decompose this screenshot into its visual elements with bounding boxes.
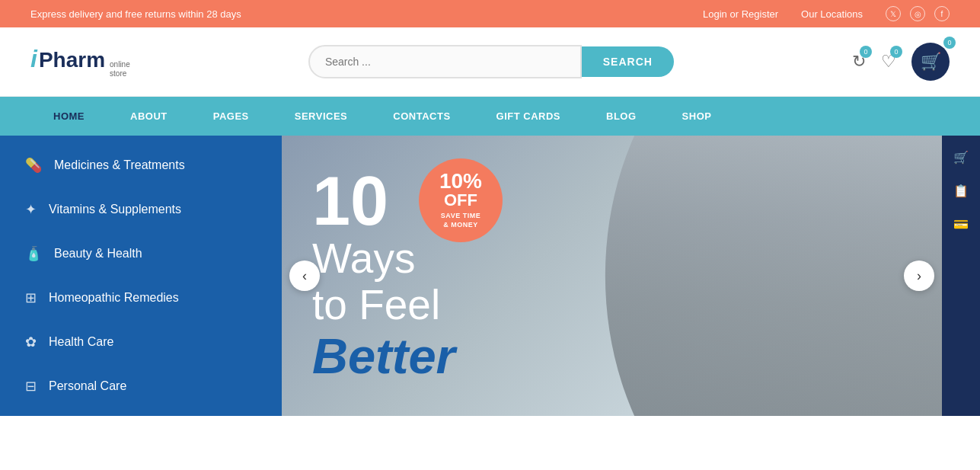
login-link[interactable]: Login [703, 8, 727, 20]
nav-services[interactable]: SERVICES [272, 97, 371, 136]
right-panel: 🛒 📋 💳 [942, 136, 980, 416]
sidebar-item-personal-care[interactable]: ⊟ Personal Care [0, 364, 282, 408]
hero-line2: to Feel [312, 282, 455, 328]
nav-about[interactable]: ABOUT [107, 97, 190, 136]
beauty-icon: 🧴 [25, 245, 42, 262]
sidebar-item-homeopathic[interactable]: ⊞ Homeopathic Remedies [0, 276, 282, 320]
refresh-icon[interactable]: ↻ 0 [852, 52, 866, 72]
nav-gift-cards[interactable]: GIFT CARDS [474, 97, 583, 136]
sidebar-label-homeopathic: Homeopathic Remedies [49, 291, 179, 305]
wishlist-icon[interactable]: ♡ 0 [881, 52, 896, 72]
hero-text: 10 Ways to Feel Better [312, 167, 455, 385]
top-bar-right: Login or Register Our Locations 𝕏 ◎ f [703, 6, 950, 21]
main-nav: HOME ABOUT PAGES SERVICES CONTACTS GIFT … [0, 97, 980, 136]
sidebar-label-vitamins: Vitamins & Supplements [49, 203, 181, 216]
main-content: 💊 Medicines & Treatments ✦ Vitamins & Su… [0, 136, 980, 416]
sidebar-item-medicines[interactable]: 💊 Medicines & Treatments [0, 143, 282, 187]
logo-i: i [30, 45, 37, 73]
hero-woman-image [546, 136, 942, 416]
twitter-icon[interactable]: 𝕏 [886, 6, 901, 21]
hero-background: 10% OFF SAVE TIME& MONEY 10 Ways to Feel… [282, 136, 942, 416]
homeopathic-icon: ⊞ [25, 289, 37, 306]
sidebar-item-vitamins[interactable]: ✦ Vitamins & Supplements [0, 187, 282, 232]
facebook-icon[interactable]: f [934, 6, 950, 21]
panel-wallet-icon[interactable]: 💳 [947, 210, 975, 238]
header-icons: ↻ 0 ♡ 0 🛒 0 [852, 43, 950, 81]
login-register: Login or Register [703, 8, 778, 20]
panel-cart-icon[interactable]: 🛒 [947, 143, 975, 171]
locations-link[interactable]: Our Locations [801, 8, 863, 20]
nav-shop[interactable]: SHOP [659, 97, 735, 136]
nav-home[interactable]: HOME [30, 97, 107, 136]
panel-list-icon[interactable]: 📋 [947, 177, 975, 204]
sidebar-label-personal-care: Personal Care [49, 379, 126, 393]
logo-sub: online store [110, 60, 130, 78]
search-input[interactable] [308, 45, 582, 78]
logo-pharm: Pharm [39, 48, 105, 72]
sidebar-label-health-care: Health Care [49, 335, 113, 349]
header: i Pharm online store SEARCH ↻ 0 ♡ 0 🛒 0 [0, 27, 980, 97]
sidebar-item-health-care[interactable]: ✿ Health Care [0, 320, 282, 364]
health-care-icon: ✿ [25, 334, 37, 350]
sidebar: 💊 Medicines & Treatments ✦ Vitamins & Su… [0, 136, 282, 416]
nav-pages[interactable]: PAGES [190, 97, 272, 136]
search-area: SEARCH [308, 45, 674, 78]
vitamins-icon: ✦ [25, 201, 37, 218]
sidebar-label-beauty: Beauty & Health [54, 247, 142, 261]
search-button[interactable]: SEARCH [582, 46, 674, 77]
instagram-icon[interactable]: ◎ [910, 6, 925, 21]
medicines-icon: 💊 [25, 157, 42, 174]
register-link[interactable]: Register [742, 8, 778, 20]
wishlist-badge: 0 [890, 46, 902, 58]
sidebar-item-beauty[interactable]: 🧴 Beauty & Health [0, 232, 282, 276]
cart-badge: 0 [943, 37, 956, 49]
or-text: or [729, 8, 739, 20]
logo[interactable]: i Pharm online store [30, 45, 130, 78]
refresh-badge: 0 [860, 46, 872, 58]
nav-contacts[interactable]: CONTACTS [370, 97, 473, 136]
top-bar: Express delivery and free returns within… [0, 0, 980, 27]
social-icons: 𝕏 ◎ f [886, 6, 950, 21]
hero-section: 10% OFF SAVE TIME& MONEY 10 Ways to Feel… [282, 136, 942, 416]
nav-blog[interactable]: BLOG [583, 97, 659, 136]
cart-button[interactable]: 🛒 0 [911, 43, 950, 81]
hero-line1: Ways [312, 235, 455, 282]
hero-next-button[interactable]: › [904, 261, 934, 291]
delivery-text: Express delivery and free returns within… [30, 8, 241, 20]
hero-prev-button[interactable]: ‹ [289, 261, 320, 291]
hero-number: 10 [312, 167, 455, 235]
hero-line3: Better [312, 328, 455, 385]
sidebar-label-medicines: Medicines & Treatments [54, 158, 185, 172]
personal-care-icon: ⊟ [25, 378, 37, 395]
